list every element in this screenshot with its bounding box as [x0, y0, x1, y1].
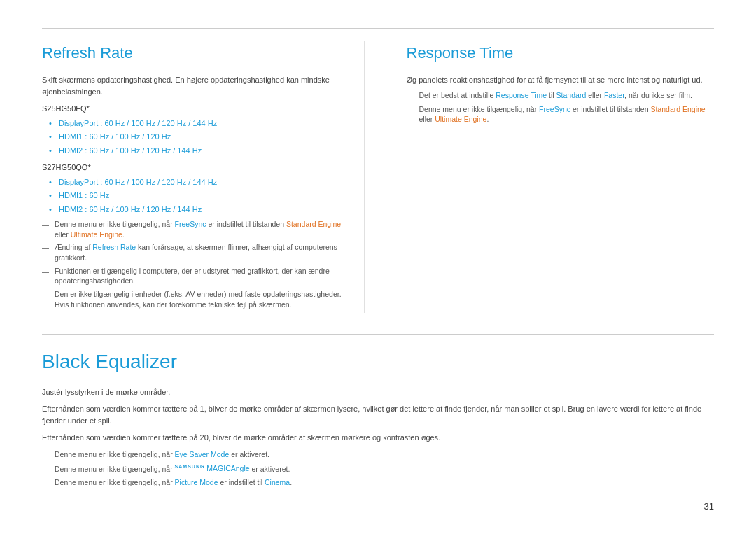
note1-standard-engine: Standard Engine: [286, 220, 341, 228]
list-item: HDMI1 : 60 Hz / 100 Hz / 120 Hz: [49, 131, 350, 143]
note-check-icon: ―: [42, 464, 50, 475]
ben2-pre: Denne menu er ikke tilgængelig, når: [55, 464, 175, 472]
note-text-2: Ændring af Refresh Rate kan forårsage, a…: [55, 242, 350, 262]
ben2-post: er aktiveret.: [250, 464, 290, 472]
rn2-post: .: [486, 115, 489, 123]
response-note-text-1: Det er bedst at indstille Response Time …: [419, 90, 692, 101]
list-item: HDMI2 : 60 Hz / 100 Hz / 120 Hz / 144 Hz: [49, 204, 350, 216]
rn2-pre: Denne menu er ikke tilgængelig, når: [419, 105, 540, 113]
response-note-text-2: Denne menu er ikke tilgængelig, når Free…: [419, 104, 715, 125]
response-time-intro: Øg panelets reaktionshastighed for at få…: [407, 74, 715, 86]
refresh-rate-title: Refresh Rate: [42, 41, 350, 64]
note-check-icon: ―: [42, 478, 50, 489]
black-eq-note-text-3: Denne menu er ikke tilgængelig, når Pict…: [55, 477, 292, 488]
ben2-magic-angle: SAMSUNG MAGICAngle: [175, 464, 250, 472]
black-eq-note-1: ― Denne menu er ikke tilgængelig, når Ey…: [42, 449, 714, 461]
model2-bullet-list: DisplayPort : 60 Hz / 100 Hz / 120 Hz / …: [42, 176, 350, 216]
note-text-4: Den er ikke tilgængelig i enheder (f.eks…: [55, 289, 350, 309]
refresh-note-2: ― Ændring af Refresh Rate kan forårsage,…: [42, 242, 350, 262]
rn2-between: eller: [419, 115, 435, 123]
black-eq-body2: Efterhånden som værdien kommer tættere p…: [42, 403, 714, 426]
ben3-pre: Denne menu er ikke tilgængelig, når: [55, 478, 175, 486]
note2-refresh-rate: Refresh Rate: [92, 243, 136, 251]
note1-freesync: FreeSync: [175, 220, 206, 228]
refresh-note-4: ― Den er ikke tilgængelig i enheder (f.e…: [42, 289, 350, 309]
refresh-note-1: ― Denne menu er ikke tilgængelig, når Fr…: [42, 219, 350, 239]
black-equalizer-title: Black Equalizer: [42, 347, 714, 377]
rn1-response-time: Response Time: [496, 91, 547, 99]
ben1-pre: Denne menu er ikke tilgængelig, når: [55, 450, 175, 458]
rn1-post: , når du ikke ser film.: [624, 91, 692, 99]
response-time-section: Response Time Øg panelets reaktionshasti…: [393, 41, 715, 313]
rn1-pre: Det er bedst at indstille: [419, 91, 496, 99]
rn2-freesync: FreeSync: [539, 105, 570, 113]
refresh-rate-intro: Skift skærmens opdateringshastighed. En …: [42, 74, 350, 97]
ben1-post: er aktiveret.: [229, 450, 270, 458]
note-check-icon: ―: [42, 243, 50, 253]
ben1-eye-saver: Eye Saver Mode: [175, 450, 230, 458]
rn2-mid: er indstillet til tilstanden: [570, 105, 650, 113]
rn1-standard: Standard: [556, 91, 587, 99]
note-check-icon: ―: [407, 105, 415, 115]
model2-label: S27HG50QQ*: [42, 162, 350, 174]
ben3-mid: er indstillet til: [218, 478, 265, 486]
note-check-icon: ―: [42, 220, 50, 230]
rn2-ultimate-engine: Ultimate Engine: [435, 115, 486, 123]
ben3-cinema: Cinema: [265, 478, 290, 486]
response-note-2: ― Denne menu er ikke tilgængelig, når Fr…: [407, 104, 715, 125]
black-eq-note-3: ― Denne menu er ikke tilgængelig, når Pi…: [42, 477, 714, 489]
note2-pre: Ændring af: [55, 243, 92, 251]
black-eq-body3: Efterhånden som værdien kommer tættere p…: [42, 432, 714, 444]
note-check-icon: ―: [407, 91, 415, 101]
refresh-note-3: ― Funktionen er tilgængelig i computere,…: [42, 266, 350, 286]
model1-bullet-list: DisplayPort : 60 Hz / 100 Hz / 120 Hz / …: [42, 118, 350, 157]
list-item: HDMI1 : 60 Hz: [49, 190, 350, 202]
rn2-standard-engine: Standard Engine: [650, 105, 705, 113]
black-eq-note-text-1: Denne menu er ikke tilgængelig, når Eye …: [55, 449, 270, 460]
note1-ultimate-engine: Ultimate Engine: [71, 230, 122, 239]
black-eq-note-2: ― Denne menu er ikke tilgængelig, når SA…: [42, 463, 714, 475]
note-check-icon: ―: [42, 450, 50, 461]
black-eq-body1: Justér lysstyrken i de mørke områder.: [42, 386, 714, 398]
note1-mid: er indstillet til tilstanden: [206, 220, 286, 228]
note1-between: eller: [55, 230, 71, 239]
rn1-mid: til: [547, 91, 556, 99]
note1-pre: Denne menu er ikke tilgængelig, når: [55, 220, 175, 228]
note-check-icon: ―: [42, 267, 50, 277]
list-item: DisplayPort : 60 Hz / 100 Hz / 120 Hz / …: [49, 118, 350, 129]
list-item: DisplayPort : 60 Hz / 100 Hz / 120 Hz / …: [49, 176, 350, 188]
ben3-post: .: [290, 478, 292, 486]
refresh-rate-section: Refresh Rate Skift skærmens opdateringsh…: [42, 41, 365, 313]
top-section: Refresh Rate Skift skærmens opdateringsh…: [42, 28, 714, 313]
list-item: HDMI2 : 60 Hz / 100 Hz / 120 Hz / 144 Hz: [49, 145, 350, 157]
black-eq-note-text-2: Denne menu er ikke tilgængelig, når SAMS…: [55, 463, 290, 474]
note-text-3: Funktionen er tilgængelig i computere, d…: [55, 266, 350, 286]
page-number: 31: [704, 500, 714, 514]
response-time-title: Response Time: [407, 41, 715, 64]
response-note-1: ― Det er bedst at indstille Response Tim…: [407, 90, 715, 101]
note1-post: .: [122, 230, 125, 239]
page-layout: Refresh Rate Skift skærmens opdateringsh…: [42, 28, 714, 491]
ben3-picture-mode: Picture Mode: [175, 478, 218, 486]
model1-label: S25HG50FQ*: [42, 103, 350, 115]
black-equalizer-section: Black Equalizer Justér lysstyrken i de m…: [42, 334, 714, 491]
note-text-1: Denne menu er ikke tilgængelig, når Free…: [55, 219, 350, 239]
rn1-between: eller: [586, 91, 604, 99]
rn1-faster: Faster: [604, 91, 624, 99]
